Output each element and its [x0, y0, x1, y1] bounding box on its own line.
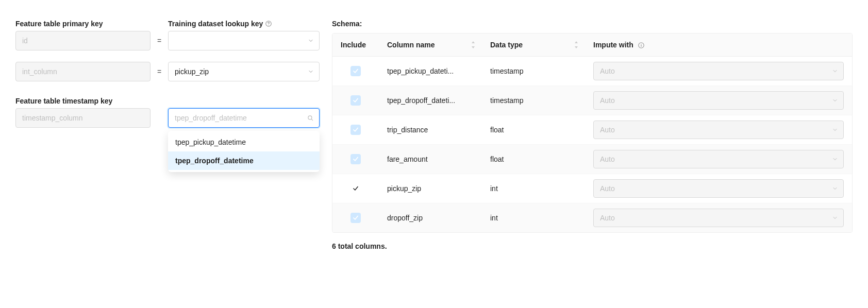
- include-cell: [332, 174, 379, 203]
- impute-select-value: Auto: [600, 214, 615, 222]
- header-impute: Impute with: [585, 33, 852, 57]
- data-type-cell: timestamp: [482, 57, 585, 86]
- chevron-down-icon: [832, 68, 838, 74]
- checkmark-icon[interactable]: [350, 183, 361, 194]
- column-name-cell: dropoff_zip: [379, 203, 482, 232]
- column-name-cell: tpep_dropoff_dateti...: [379, 86, 482, 115]
- svg-point-4: [641, 44, 641, 44]
- key-row-2: int_column = pickup_zip: [15, 62, 320, 81]
- data-type-cell: float: [482, 145, 585, 174]
- impute-cell: Auto: [585, 174, 852, 203]
- column-name-cell: tpep_pickup_dateti...: [379, 57, 482, 86]
- data-type-cell: float: [482, 115, 585, 145]
- timestamp-key-label: Feature table timestamp key: [15, 97, 151, 105]
- chevron-down-icon: [832, 215, 838, 221]
- impute-select[interactable]: Auto: [593, 179, 844, 198]
- info-icon[interactable]: [638, 42, 645, 49]
- table-row: tpep_dropoff_dateti...timestampAuto: [332, 86, 852, 115]
- dropdown-option[interactable]: tpep_pickup_datetime: [168, 133, 320, 151]
- key-mapping-form: Feature table primary key Training datas…: [15, 20, 320, 293]
- primary-key-label: Feature table primary key: [15, 20, 151, 28]
- impute-select[interactable]: Auto: [593, 62, 844, 80]
- table-row: dropoff_zipintAuto: [332, 203, 852, 232]
- impute-select[interactable]: Auto: [593, 91, 844, 110]
- impute-select-value: Auto: [600, 126, 615, 134]
- impute-select-value: Auto: [600, 96, 615, 105]
- primary-key-input-1: id: [15, 31, 151, 50]
- table-row: tpep_pickup_dateti...timestampAuto: [332, 57, 852, 86]
- table-row: trip_distancefloatAuto: [332, 115, 852, 145]
- timestamp-row: timestamp_column tpep_pickup_datetimetpe…: [15, 108, 320, 128]
- column-name-cell: trip_distance: [379, 115, 482, 145]
- impute-select-value: Auto: [600, 184, 615, 193]
- timestamp-key-input: timestamp_column: [15, 108, 151, 128]
- table-row: pickup_zipintAuto: [332, 174, 852, 203]
- lookup-key-select-1[interactable]: [168, 31, 320, 50]
- lookup-key-label: Training dataset lookup key: [168, 20, 320, 28]
- dropdown-option[interactable]: tpep_dropoff_datetime: [168, 151, 320, 170]
- checkbox-disabled-icon: [350, 66, 361, 76]
- chevron-down-icon: [832, 185, 838, 192]
- checkbox-disabled-icon: [350, 154, 361, 164]
- chevron-down-icon: [832, 156, 838, 162]
- key-labels-row: Feature table primary key Training datas…: [15, 20, 320, 28]
- checkbox-disabled-icon: [350, 125, 361, 135]
- impute-select-value: Auto: [600, 155, 615, 163]
- data-type-cell: int: [482, 203, 585, 232]
- impute-select[interactable]: Auto: [593, 150, 844, 168]
- help-icon[interactable]: [265, 20, 272, 27]
- timestamp-dropdown-panel: tpep_pickup_datetimetpep_dropoff_datetim…: [168, 131, 320, 172]
- header-data-type[interactable]: Data type: [482, 33, 585, 57]
- header-column-name[interactable]: Column name: [379, 33, 482, 57]
- schema-section: Schema: Include Column name Data type: [332, 20, 853, 293]
- include-cell: [332, 57, 379, 86]
- svg-point-2: [308, 116, 312, 119]
- impute-cell: Auto: [585, 115, 852, 145]
- data-type-cell: int: [482, 174, 585, 203]
- table-row: fare_amountfloatAuto: [332, 145, 852, 174]
- primary-key-input-2: int_column: [15, 62, 151, 81]
- timestamp-lookup-combobox[interactable]: [168, 108, 320, 128]
- schema-table: Include Column name Data type Impute wit…: [332, 33, 853, 233]
- chevron-down-icon: [832, 97, 838, 104]
- timestamp-label-row: Feature table timestamp key: [15, 97, 320, 105]
- chevron-down-icon: [832, 127, 838, 133]
- lookup-key-select-2[interactable]: pickup_zip: [168, 62, 320, 81]
- checkbox-disabled-icon: [350, 95, 361, 106]
- impute-select-value: Auto: [600, 67, 615, 75]
- include-cell: [332, 145, 379, 174]
- data-type-cell: timestamp: [482, 86, 585, 115]
- chevron-down-icon: [308, 69, 314, 75]
- impute-select[interactable]: Auto: [593, 121, 844, 139]
- sort-icon: [471, 41, 476, 48]
- impute-select[interactable]: Auto: [593, 209, 844, 227]
- schema-heading: Schema:: [332, 20, 853, 28]
- column-name-cell: pickup_zip: [379, 174, 482, 203]
- impute-cell: Auto: [585, 145, 852, 174]
- chevron-down-icon: [308, 38, 314, 44]
- equals-sign: =: [156, 37, 163, 45]
- include-cell: [332, 203, 379, 232]
- impute-cell: Auto: [585, 57, 852, 86]
- key-row-1: id =: [15, 31, 320, 50]
- sort-icon: [574, 41, 579, 48]
- include-cell: [332, 115, 379, 145]
- column-name-cell: fare_amount: [379, 145, 482, 174]
- schema-footer: 6 total columns.: [332, 242, 853, 250]
- svg-point-1: [269, 25, 269, 25]
- timestamp-search-input[interactable]: [175, 114, 303, 122]
- header-include: Include: [332, 33, 379, 57]
- impute-cell: Auto: [585, 86, 852, 115]
- schema-header-row: Include Column name Data type Impute wit…: [332, 33, 852, 57]
- checkbox-disabled-icon: [350, 213, 361, 223]
- search-icon: [307, 114, 314, 122]
- equals-sign: =: [156, 67, 163, 76]
- include-cell: [332, 86, 379, 115]
- impute-cell: Auto: [585, 203, 852, 232]
